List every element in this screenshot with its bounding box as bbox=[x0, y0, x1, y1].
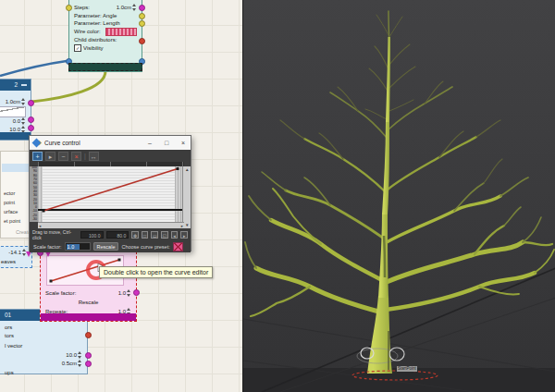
output-port-magenta[interactable] bbox=[28, 100, 34, 106]
distributor-value-1[interactable]: 10.0 bbox=[66, 351, 77, 359]
scale-node-footer bbox=[41, 313, 136, 321]
object-name-label: StartPoint bbox=[397, 366, 417, 372]
leaves-label: eaves bbox=[1, 258, 16, 265]
dialog-title: Curve control bbox=[44, 136, 80, 150]
tree-model bbox=[245, 11, 554, 316]
input-port-red[interactable] bbox=[85, 332, 92, 338]
y-value-field[interactable]: 80.0 bbox=[106, 231, 130, 239]
curve-endpoint[interactable] bbox=[177, 167, 179, 170]
spinner-icon[interactable] bbox=[21, 117, 26, 125]
pan-tool-icon[interactable]: ↔ bbox=[89, 152, 99, 161]
vertical-scrollbar[interactable]: ▲ ▼ bbox=[182, 166, 191, 228]
select-tool-icon[interactable]: ▸ bbox=[45, 152, 56, 161]
param-angle-label: Parameter: Angle bbox=[74, 12, 117, 19]
status-hint: Drag to move, Ctrl-click bbox=[32, 229, 78, 240]
viewport-3d[interactable]: StartPoint bbox=[242, 0, 555, 392]
modifier-node-title: 2 bbox=[14, 80, 18, 91]
path-node-footer[interactable] bbox=[68, 63, 142, 71]
spinner-icon[interactable] bbox=[21, 98, 26, 105]
scroll-up-icon[interactable]: ▲ bbox=[185, 166, 189, 173]
dialog-title-bar[interactable]: Curve control – □ × bbox=[30, 136, 191, 150]
leaves-node[interactable]: -14.1 eaves bbox=[0, 246, 32, 268]
horizontal-scrollbar[interactable]: ◂ ▸ bbox=[38, 222, 184, 228]
spinner-icon[interactable] bbox=[78, 351, 82, 359]
scale-factor-label: Scale factor: bbox=[45, 289, 76, 297]
frame-all-icon[interactable]: □ bbox=[142, 231, 149, 239]
frame-horizontal-icon[interactable]: ▭ bbox=[151, 231, 158, 239]
output-port-yellow[interactable] bbox=[139, 13, 145, 19]
zoom-extents-icon[interactable]: ◱ bbox=[161, 231, 168, 239]
dialog-status-bar: Drag to move, Ctrl-click 100.0 80.0 ✥ □ … bbox=[30, 228, 191, 240]
toolbar-separator: | bbox=[84, 153, 86, 159]
ruler-tick: -30 bbox=[30, 218, 38, 222]
modifier-node-header[interactable]: 2 bbox=[0, 80, 31, 91]
scroll-down-icon[interactable]: ▼ bbox=[185, 222, 189, 228]
scale-factor-input[interactable]: 1.0 bbox=[65, 242, 91, 251]
curve-tool-icon[interactable]: ~ bbox=[58, 152, 68, 161]
collapse-icon[interactable] bbox=[21, 84, 27, 86]
output-port-magenta[interactable] bbox=[139, 5, 145, 11]
mini-curve-preview[interactable] bbox=[0, 106, 26, 117]
modifier-value-1[interactable]: 1.0cm bbox=[6, 98, 20, 105]
child-distributors-label: Child distributors: bbox=[74, 36, 117, 43]
leaves-value[interactable]: -14.1 bbox=[8, 249, 21, 256]
output-port-magenta[interactable] bbox=[85, 352, 92, 359]
curve-endpoint[interactable] bbox=[118, 259, 121, 262]
param-length-label: Parameter: Length bbox=[74, 19, 120, 27]
maximize-button[interactable]: □ bbox=[159, 136, 174, 150]
curve-control-dialog[interactable]: Curve control – □ × + ▸ ~ × | ↔ 100 90 8… bbox=[29, 135, 191, 251]
wire-olive bbox=[31, 71, 105, 102]
scale-factor-value[interactable]: 1.0 bbox=[118, 289, 126, 297]
input-port-yellow[interactable] bbox=[66, 5, 72, 11]
pan-left-icon[interactable]: ◂ bbox=[171, 231, 179, 239]
distributor-row-1: ors bbox=[5, 324, 12, 331]
delete-point-icon[interactable]: × bbox=[71, 152, 81, 161]
curve-editor-tooltip: Double click to open the curve editor bbox=[99, 266, 213, 278]
output-port-magenta[interactable] bbox=[28, 116, 34, 123]
dialog-toolbar: + ▸ ~ × | ↔ bbox=[30, 150, 191, 162]
modifier-value-2[interactable]: 0.0 bbox=[13, 117, 20, 125]
output-port-magenta[interactable] bbox=[28, 125, 34, 131]
pan-right-icon[interactable]: ▸ bbox=[180, 231, 188, 239]
curve-line[interactable] bbox=[43, 169, 178, 212]
distributor-node-title: 01 bbox=[5, 310, 11, 321]
minimize-button[interactable]: – bbox=[142, 136, 157, 150]
wire-color-swatch[interactable] bbox=[105, 28, 137, 36]
output-port-magenta[interactable] bbox=[85, 361, 92, 367]
output-port-red[interactable] bbox=[139, 38, 145, 44]
menu-item-surface[interactable]: urface bbox=[4, 208, 18, 216]
curve-preset-swatch[interactable] bbox=[173, 242, 183, 251]
modifier-node[interactable]: 2 1.0cm 0.0 10.0 bbox=[0, 79, 31, 141]
output-port-yellow[interactable] bbox=[139, 20, 145, 27]
spinner-icon[interactable] bbox=[132, 4, 137, 11]
wire-color-label: Wire color: bbox=[74, 28, 101, 35]
menu-item-point[interactable]: point bbox=[4, 199, 15, 207]
modifier-node-footer bbox=[0, 132, 31, 140]
spinner-icon[interactable] bbox=[78, 360, 82, 367]
menu-item-vector[interactable]: ector bbox=[4, 190, 15, 198]
visibility-checkbox[interactable] bbox=[74, 44, 81, 52]
node-editor-canvas[interactable]: Steps: 1.0cm Parameter: Angle Parameter:… bbox=[0, 0, 242, 392]
scale-factor-label: Scale factor: bbox=[33, 244, 62, 250]
rescale-button[interactable]: Rescale bbox=[79, 299, 99, 306]
viewport-scene bbox=[243, 0, 555, 392]
move-tool-icon[interactable]: + bbox=[32, 152, 43, 161]
x-value-field[interactable]: 100.0 bbox=[80, 231, 104, 239]
steps-value[interactable]: 1.0cm bbox=[117, 4, 131, 11]
hand-tool-icon[interactable]: ✥ bbox=[131, 231, 139, 239]
curve-plot-area[interactable] bbox=[38, 166, 184, 222]
rescale-button[interactable]: Rescale bbox=[93, 242, 119, 251]
scale-node[interactable]: Scale factor: 1.0 Rescale Repeate: 1.0 bbox=[40, 251, 137, 322]
output-port-magenta[interactable] bbox=[133, 289, 140, 296]
wire-blue bbox=[0, 61, 67, 76]
close-button[interactable]: × bbox=[176, 136, 191, 150]
plot-left-ruler: 100 90 80 70 60 50 40 30 20 10 0 -10 -20… bbox=[30, 166, 38, 222]
preset-label: Choose curve preset: bbox=[121, 244, 169, 250]
distributor-value-2[interactable]: 0.5cm bbox=[62, 360, 77, 367]
curve-endpoint[interactable] bbox=[43, 210, 45, 213]
path-node[interactable]: Steps: 1.0cm Parameter: Angle Parameter:… bbox=[68, 0, 142, 72]
spinner-icon[interactable] bbox=[127, 289, 131, 297]
menu-item-set-point[interactable]: et point bbox=[4, 217, 20, 226]
curve-endpoint[interactable] bbox=[50, 280, 53, 283]
distributor-row-3: l vector bbox=[5, 342, 22, 349]
